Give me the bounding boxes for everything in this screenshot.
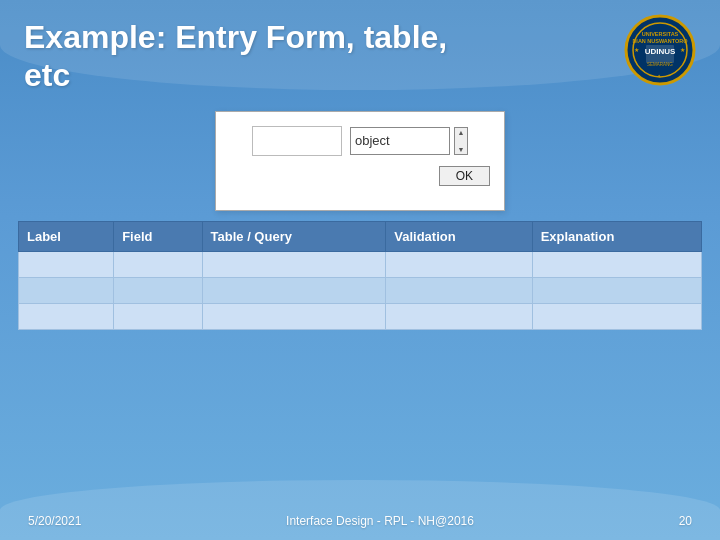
cell [386,251,532,277]
dialog-textbox[interactable]: object [350,127,450,155]
footer: 5/20/2021 Interface Design - RPL - NH@20… [0,514,720,528]
dialog-ok-button[interactable]: OK [439,166,490,186]
svg-text:UNIVERSITAS: UNIVERSITAS [642,31,679,37]
cell [386,277,532,303]
cell [19,251,114,277]
table-row [19,251,702,277]
col-explanation: Explanation [532,221,701,251]
cell [202,303,386,329]
svg-text:SEMARANG: SEMARANG [647,62,673,67]
dialog-label-area [252,126,342,156]
cell [532,277,701,303]
svg-text:DIAN NUSWANTORO: DIAN NUSWANTORO [632,38,688,44]
dialog-box: object OK [215,111,505,211]
cell [19,277,114,303]
header: Example: Entry Form, table, etc UNIVERSI… [0,0,720,105]
svg-text:UDINUS: UDINUS [645,47,676,56]
table-area: Label Field Table / Query Validation Exp… [18,221,702,330]
cell [114,277,202,303]
svg-text:✦: ✦ [657,73,661,79]
footer-center-text: Interface Design - RPL - NH@2016 [286,514,474,528]
cell [202,251,386,277]
cell [532,251,701,277]
col-field: Field [114,221,202,251]
table-header-row: Label Field Table / Query Validation Exp… [19,221,702,251]
table-body [19,251,702,329]
col-table-query: Table / Query [202,221,386,251]
col-label: Label [19,221,114,251]
cell [114,303,202,329]
dialog-ok-row: OK [230,166,490,186]
cell [386,303,532,329]
cell [202,277,386,303]
data-table: Label Field Table / Query Validation Exp… [18,221,702,330]
dialog-scrollbar[interactable] [454,127,468,155]
table-header: Label Field Table / Query Validation Exp… [19,221,702,251]
cell [532,303,701,329]
dialog-area: object OK [0,111,720,211]
svg-text:★: ★ [680,47,685,53]
dialog-field-row: object [252,126,468,156]
svg-text:★: ★ [634,47,639,53]
dialog-inner: object [230,126,490,156]
dialog-input-area: object [350,127,468,155]
cell [114,251,202,277]
footer-page-number: 20 [679,514,692,528]
footer-date: 5/20/2021 [28,514,81,528]
logo: UNIVERSITAS DIAN NUSWANTORO UDINUS SEMAR… [624,14,696,86]
udinus-logo-icon: UNIVERSITAS DIAN NUSWANTORO UDINUS SEMAR… [624,14,696,86]
col-validation: Validation [386,221,532,251]
page-title: Example: Entry Form, table, etc [24,18,614,95]
cell [19,303,114,329]
table-row [19,303,702,329]
table-row [19,277,702,303]
